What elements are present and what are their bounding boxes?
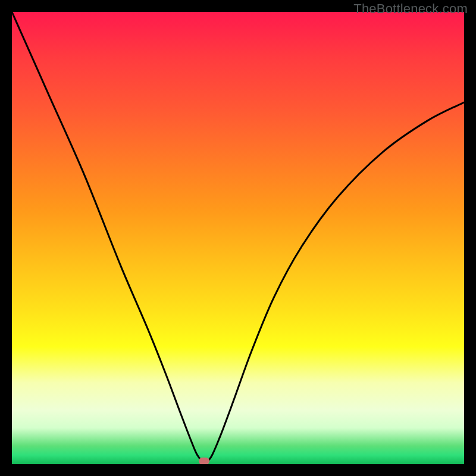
- plot-area: [12, 12, 464, 464]
- bottleneck-curve: [12, 12, 464, 464]
- watermark-text: TheBottleneck.com: [353, 1, 468, 17]
- optimum-marker: [199, 458, 209, 464]
- chart-frame: TheBottleneck.com: [0, 0, 476, 476]
